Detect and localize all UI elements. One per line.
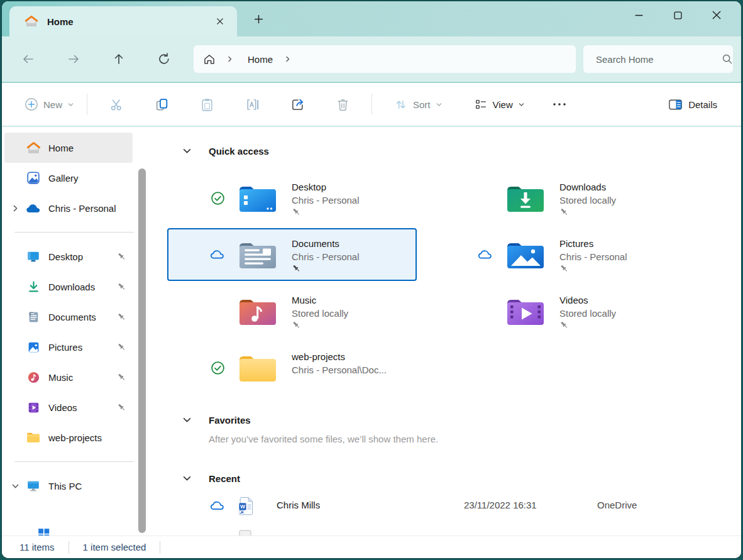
copy-button[interactable] [147,91,176,118]
chevron-down-icon[interactable] [179,412,195,428]
share-button[interactable] [283,91,312,118]
details-button[interactable]: Details [661,91,724,118]
sort-icon [394,97,408,112]
sort-button[interactable]: Sort [387,91,449,118]
sidebar-item-label: This PC [48,481,133,491]
refresh-icon [157,52,172,67]
delete-button[interactable] [328,91,357,118]
sidebar-item-desktop[interactable]: Desktop [4,241,133,272]
pin-icon [117,312,126,322]
forward-button[interactable] [60,47,87,72]
rename-icon [245,97,260,113]
pin-icon [117,251,126,261]
cut-button[interactable] [102,91,131,118]
desktop-icon [26,249,41,264]
chevron-down-icon[interactable] [179,143,195,159]
maximize-button[interactable] [658,1,697,29]
tile-name: Pictures [559,237,627,250]
tile-web-projects[interactable]: web-projects Chris - Personal\Doc... [167,341,417,394]
sidebar-item-documents[interactable]: Documents [4,302,133,332]
sidebar-item-music[interactable]: Music [4,362,133,392]
tile-downloads[interactable]: Downloads Stored locally [435,172,685,224]
tile-name: web-projects [292,350,387,363]
tile-music[interactable]: Music Stored locally [167,285,417,338]
tile-documents[interactable]: Documents Chris - Personal [167,228,417,281]
recent-file-row[interactable]: W Chris Mills 23/11/2022 16:31 OneDrive [167,495,741,519]
view-icon [474,97,488,111]
tile-subtitle: Stored locally [292,307,348,320]
tile-name: Videos [559,294,616,307]
onedrive-cloud-icon [26,200,41,216]
sidebar-item-home[interactable]: Home [4,133,133,163]
pin-icon [559,320,616,331]
share-icon [290,97,305,113]
chevron-right-icon[interactable] [284,55,292,63]
arrow-right-icon [66,52,81,67]
home-icon [25,14,38,28]
chevron-right-icon[interactable] [4,204,26,212]
close-button[interactable] [697,1,736,29]
plus-icon [254,14,263,24]
tile-desktop[interactable]: Desktop Chris - Personal [167,172,417,224]
recent-file-name: Chris Mills [277,500,320,510]
paste-button[interactable] [192,91,221,118]
sidebar-item-downloads[interactable]: Downloads [4,272,133,302]
tile-pictures[interactable]: Pictures Chris - Personal [435,228,685,281]
minimize-button[interactable] [619,1,658,29]
tile-subtitle: Chris - Personal [559,250,627,263]
sync-check-icon [210,361,225,375]
chevron-down-icon[interactable] [179,470,195,486]
status-divider [69,541,69,554]
breadcrumb[interactable]: Home [194,45,576,73]
chevron-down-icon[interactable] [4,482,26,490]
rename-button[interactable] [238,91,267,118]
up-button[interactable] [105,47,133,72]
quick-access-grid: Desktop Chris - Personal Downloads [167,172,741,394]
home-outline-icon[interactable] [202,52,216,66]
view-button[interactable]: View [468,91,531,118]
clipped-drive-item [37,527,56,535]
pin-icon [292,263,360,274]
sidebar-separator [14,232,134,233]
sidebar-item-videos[interactable]: Videos [4,392,133,422]
scissors-icon [109,97,124,113]
clipped-recent-row [238,530,253,535]
copy-icon [154,97,170,113]
new-button[interactable]: New [18,91,80,118]
pictures-icon [26,339,41,354]
back-button[interactable] [14,47,42,72]
command-bar: New [2,83,741,127]
breadcrumb-segment-home[interactable]: Home [248,54,273,65]
sidebar-item-onedrive[interactable]: Chris - Personal [4,193,133,223]
cloud-status-icon [210,500,225,511]
tile-name: Music [292,294,348,307]
sidebar-item-pictures[interactable]: Pictures [4,332,133,362]
search-input[interactable] [596,54,721,65]
tile-videos[interactable]: Videos Stored locally [435,285,685,338]
tile-subtitle: Chris - Personal [292,250,360,263]
this-pc-icon [26,478,41,493]
tile-subtitle: Stored locally [559,307,616,320]
sidebar-scrollbar[interactable] [138,168,146,533]
tab-label: Home [47,16,211,27]
document-icon [26,309,41,324]
new-tab-button[interactable] [248,9,268,29]
music-icon [26,370,41,385]
tile-subtitle: Chris - Personal\Doc... [292,363,387,376]
tab-close-button[interactable] [211,12,229,31]
cloud-status-icon [210,249,225,260]
home-icon [26,140,41,155]
sidebar-item-label: Music [48,372,117,383]
svg-text:W: W [240,503,246,510]
sidebar-item-gallery[interactable]: Gallery [4,163,133,193]
refresh-button[interactable] [150,47,178,72]
trash-icon [335,97,351,113]
sidebar-item-this-pc[interactable]: This PC [4,471,133,501]
folder-icon [238,352,278,383]
tile-name: Documents [292,237,360,250]
tab-home[interactable]: Home [9,6,237,36]
more-options-button[interactable] [545,91,574,118]
search-icon [721,53,734,65]
sidebar-item-web-projects[interactable]: web-projects [4,422,133,453]
search-box[interactable] [583,45,733,73]
